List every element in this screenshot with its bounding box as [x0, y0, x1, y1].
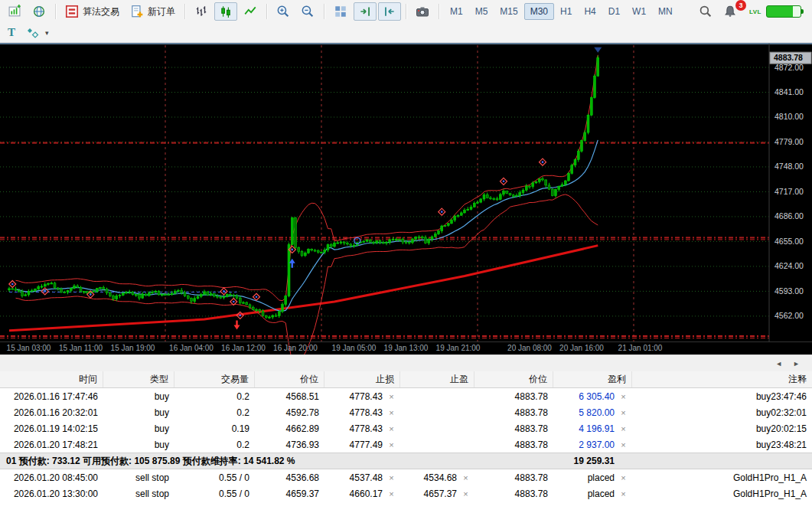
screenshot-button[interactable]	[411, 2, 434, 21]
algo-trading-label: 算法交易	[83, 5, 119, 18]
remove-sl-button[interactable]: ×	[388, 489, 395, 498]
position-row-volume: 0.2	[174, 436, 255, 453]
market-watch-button[interactable]	[28, 2, 51, 21]
level-indicator-label: LVL	[749, 8, 761, 15]
scroll-right-button[interactable]: ►	[793, 360, 800, 368]
zoom-in-icon	[276, 5, 290, 18]
candlestick-chart[interactable]: 4872.004841.004810.004779.004748.004717.…	[0, 44, 812, 355]
svg-text:16 Jan 12:00: 16 Jan 12:00	[221, 344, 266, 352]
candles-mode-button[interactable]	[214, 2, 237, 21]
camera-icon	[416, 5, 429, 18]
timeframe-mn[interactable]: MN	[652, 3, 679, 20]
position-row-tp	[400, 388, 474, 404]
position-row-type: buy	[103, 388, 174, 404]
auto-scroll-button[interactable]	[354, 2, 377, 21]
svg-text:16 Jan 20:00: 16 Jan 20:00	[273, 344, 318, 352]
header-sl[interactable]: 止损	[324, 371, 400, 387]
timeframe-m15[interactable]: M15	[494, 3, 523, 20]
tile-windows-button[interactable]	[329, 2, 352, 21]
pending-order-row[interactable]: 2026.01.20 13:30:00sell stop0.55 / 04659…	[0, 485, 812, 502]
notification-badge: 3	[735, 0, 746, 11]
total-profit: 19 259.31	[553, 456, 632, 466]
text-tool-button[interactable]: T	[3, 24, 20, 42]
remove-sl-button[interactable]: ×	[388, 392, 395, 401]
bars-mode-button[interactable]	[190, 2, 213, 21]
remove-sl-button[interactable]: ×	[388, 473, 395, 482]
zoom-out-button[interactable]	[296, 2, 319, 21]
new-chart-icon	[8, 5, 21, 18]
toolbar-separator	[406, 4, 406, 19]
position-row-volume: 0.2	[174, 404, 255, 420]
header-price[interactable]: 价位	[255, 371, 324, 387]
position-row-sl: 4777.49×	[324, 436, 400, 453]
position-row-profit: 5 820.00×	[553, 404, 632, 420]
position-row[interactable]: 2026.01.20 17:48:21buy0.24736.934777.49×…	[0, 436, 812, 453]
account-summary-row: 01 预付款: 733.12 可用预付款: 105 875.89 预付款维持率:…	[0, 453, 812, 469]
pending-order-row-time: 2026.01.20 13:30:00	[0, 485, 103, 502]
zoom-in-button[interactable]	[272, 2, 295, 21]
position-row-volume: 0.19	[174, 420, 255, 436]
position-row[interactable]: 2026.01.16 17:47:46buy0.24568.514778.43×…	[0, 388, 812, 404]
remove-profit-button[interactable]: ×	[620, 473, 627, 482]
chart-area[interactable]: 4872.004841.004810.004779.004748.004717.…	[0, 43, 812, 355]
remove-profit-button[interactable]: ×	[620, 440, 627, 449]
remove-tp-button[interactable]: ×	[462, 473, 469, 482]
timeframe-d1[interactable]: D1	[602, 3, 626, 20]
position-row[interactable]: 2026.01.19 14:02:15buy0.194662.894778.43…	[0, 420, 812, 436]
new-chart-button[interactable]	[3, 2, 26, 21]
remove-profit-button[interactable]: ×	[620, 424, 627, 433]
position-row-profit: 4 196.91×	[553, 420, 632, 436]
notifications-button[interactable]: 3	[719, 2, 742, 21]
pending-order-row-volume: 0.55 / 0	[174, 469, 255, 485]
pending-order-row[interactable]: 2026.01.20 08:45:00sell stop0.55 / 04536…	[0, 469, 812, 485]
timeframe-h1[interactable]: H1	[554, 3, 578, 20]
svg-text:20 Jan 08:00: 20 Jan 08:00	[507, 344, 552, 352]
header-time[interactable]: 时间	[0, 371, 103, 387]
remove-sl-button[interactable]: ×	[388, 440, 395, 449]
pending-order-row-price: 4659.37	[255, 485, 324, 502]
shapes-tool-button[interactable]: ▾	[21, 24, 54, 42]
remove-sl-button[interactable]: ×	[388, 408, 395, 417]
header-profit[interactable]: 盈利	[553, 371, 632, 387]
position-row-comment: buy20:02:15	[632, 420, 812, 436]
remove-profit-button[interactable]: ×	[620, 392, 627, 401]
position-row-price: 4736.93	[255, 436, 324, 453]
remove-profit-button[interactable]: ×	[620, 408, 627, 417]
shapes-icon	[26, 26, 40, 40]
search-icon	[699, 5, 713, 18]
toolbar-separator	[55, 4, 56, 19]
svg-text:4779.00: 4779.00	[774, 137, 804, 146]
timeframe-m5[interactable]: M5	[469, 3, 494, 20]
scroll-left-button[interactable]: ◄	[775, 360, 782, 368]
line-mode-button[interactable]	[239, 2, 262, 21]
new-order-button[interactable]: 新订单	[126, 2, 180, 21]
header-current-price[interactable]: 价位	[474, 371, 553, 387]
header-volume[interactable]: 交易量	[174, 371, 255, 387]
svg-text:4841.00: 4841.00	[774, 87, 804, 96]
pending-order-row-profit: placed×	[553, 485, 632, 502]
timeframe-h4[interactable]: H4	[578, 3, 602, 20]
svg-text:4593.00: 4593.00	[774, 286, 804, 296]
search-button[interactable]	[694, 2, 717, 21]
pending-order-row-price2: 4883.78	[474, 469, 553, 485]
timeframe-m30[interactable]: M30	[524, 3, 554, 20]
header-type[interactable]: 类型	[103, 371, 174, 387]
algo-trading-button[interactable]: 算法交易	[60, 2, 124, 21]
header-comment[interactable]: 注释	[632, 371, 812, 387]
drawing-toolbar: T ▾	[0, 23, 812, 43]
position-row-comment: buy23:47:46	[632, 388, 812, 404]
zoom-out-icon	[301, 5, 315, 18]
position-row[interactable]: 2026.01.16 20:32:01buy0.24592.784778.43×…	[0, 404, 812, 420]
svg-text:4717.00: 4717.00	[774, 187, 804, 196]
header-tp[interactable]: 止盈	[400, 371, 474, 387]
timeframe-m1[interactable]: M1	[444, 3, 469, 20]
main-toolbar: 算法交易 新订单	[0, 0, 812, 23]
svg-text:15 Jan 03:00: 15 Jan 03:00	[7, 344, 51, 352]
chart-shift-button[interactable]	[378, 2, 401, 21]
timeframe-w1[interactable]: W1	[626, 3, 652, 20]
remove-sl-button[interactable]: ×	[388, 424, 395, 433]
position-row-sl: 4778.43×	[324, 388, 400, 404]
position-row-price: 4662.89	[255, 420, 324, 436]
remove-profit-button[interactable]: ×	[620, 489, 627, 498]
remove-tp-button[interactable]: ×	[462, 489, 469, 498]
